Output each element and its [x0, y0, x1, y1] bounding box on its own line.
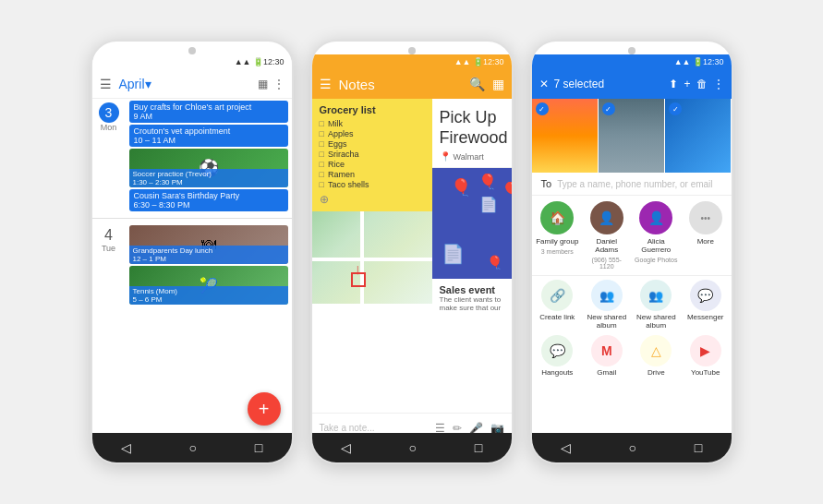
hangouts-icon: 💬 [541, 335, 573, 366]
grocery-title: Grocery list [320, 104, 425, 115]
nav-back-icon[interactable]: ◁ [121, 440, 131, 455]
nav-bar-share: ◁ ○ □ [532, 433, 732, 462]
daniel-avatar: 👤 [590, 201, 623, 234]
pickup-card[interactable]: Pick UpFirewood 📍 Walmart [432, 99, 512, 168]
share-delete-icon[interactable]: 🗑 [696, 78, 708, 90]
app-hangouts[interactable]: 💬 Hangouts [536, 335, 580, 377]
photos-strip: ✓ ✓ ✓ [532, 99, 732, 173]
day-3-digit[interactable]: 3 [99, 102, 119, 123]
contact-daniel[interactable]: 👤 Daniel Adams (906) 555-1120 [585, 201, 629, 270]
more-options-icon[interactable]: ⋮ [273, 78, 284, 90]
app-youtube[interactable]: ▶ YouTube [684, 335, 728, 377]
app-create-link[interactable]: 🔗 Create link [536, 280, 580, 330]
alicia-name: Alicia Guerrero [635, 237, 679, 254]
notes-list-right: Pick UpFirewood 📍 Walmart 🎈 🎈 🎈 🎈 [432, 99, 512, 413]
alicia-avatar: 👤 [639, 201, 672, 234]
day-3-events: Buy crafts for Chloe's art project 9 AM … [126, 99, 292, 215]
grocery-ramen: □Ramen [320, 170, 425, 179]
contact-alicia[interactable]: 👤 Alicia Guerrero Google Photos [635, 201, 679, 270]
more-label: More [697, 237, 714, 246]
nav-recents-icon-2[interactable]: □ [475, 440, 482, 455]
pickup-title: Pick UpFirewood [440, 108, 504, 148]
app-new-album-2[interactable]: 👥 New shared album [635, 280, 679, 330]
new-album-2-icon: 👥 [640, 280, 672, 311]
photo-blue[interactable]: ✓ [665, 99, 731, 173]
app-drive[interactable]: △ Drive [635, 335, 679, 377]
event-vet[interactable]: Crouton's vet appointment 10 – 11 AM [129, 125, 288, 147]
balloon-yellow: 🎈 [478, 173, 497, 190]
map-background: ↓ [312, 211, 432, 304]
fab-add-button[interactable]: + [248, 392, 281, 426]
hamburger-icon[interactable]: ☰ [100, 77, 112, 91]
sales-title: Sales event [440, 284, 504, 295]
map-card[interactable]: ↓ [312, 211, 432, 304]
grocery-card[interactable]: Grocery list □Milk □Apples □Eggs □Srirac… [312, 99, 432, 211]
new-album-1-label: New shared album [585, 313, 629, 330]
more-avatar: ••• [689, 201, 722, 234]
map-pin-circle [351, 272, 366, 287]
notes-content: Grocery list □Milk □Apples □Eggs □Srirac… [312, 99, 512, 413]
status-bar-notes: ▲▲ 🔋 12:30 [312, 54, 512, 69]
youtube-icon: ▶ [690, 335, 721, 366]
event-soccer-img[interactable]: ⚽ Soccer practice (Trevor) 1:30 – 2:30 P… [129, 149, 288, 187]
map-road-horizontal [312, 258, 432, 261]
event-birthday[interactable]: Cousin Sara's Birthday Party 6:30 – 8:30… [129, 189, 288, 211]
nav-recents-icon[interactable]: □ [255, 440, 262, 455]
status-time: 12:30 [263, 57, 284, 66]
share-close-icon[interactable]: ✕ [539, 78, 549, 90]
nav-home-icon-3[interactable]: ○ [629, 440, 636, 455]
photo-check-3: ✓ [669, 102, 682, 115]
notes-grid-icon[interactable]: ▦ [492, 77, 504, 91]
app-new-album-1[interactable]: 👥 New shared album [585, 280, 629, 330]
share-to-input[interactable]: Type a name, phone number, or email [557, 179, 721, 189]
event-crafts[interactable]: Buy crafts for Chloe's art project 9 AM [129, 101, 288, 123]
walmart-label: Walmart [454, 152, 484, 162]
app-messenger[interactable]: 💬 Messenger [684, 280, 728, 330]
share-selected-text: 7 selected [554, 78, 664, 90]
contact-family[interactable]: 🏠 Family group 3 members [536, 201, 580, 270]
nav-back-icon-2[interactable]: ◁ [341, 440, 351, 455]
notes-search-icon[interactable]: 🔍 [469, 77, 485, 91]
nav-home-icon-2[interactable]: ○ [409, 440, 417, 455]
nav-recents-icon-3[interactable]: □ [695, 440, 702, 455]
day-4-digit[interactable]: 4 [104, 227, 113, 244]
event-grandparents-img[interactable]: 🍽 Grandparents Day lunch 12 – 1 PM [129, 225, 288, 264]
share-more-icon[interactable]: ⋮ [713, 78, 724, 90]
share-upload-icon[interactable]: ⬆ [669, 78, 678, 90]
notes-title: Notes [339, 77, 462, 92]
day-4-row: 4 Tue 🍽 Grandparents Day lunch 12 – 1 PM… [92, 222, 292, 310]
calendar-title[interactable]: April▾ [119, 77, 258, 91]
contact-more[interactable]: ••• More [684, 201, 728, 270]
gmail-label: Gmail [597, 368, 616, 377]
balloons-background: 🎈 🎈 🎈 🎈 📄 📄 [432, 168, 512, 279]
sales-text: The client wants to make sure that our [440, 295, 504, 312]
sales-event-card[interactable]: Sales event The client wants to make sur… [432, 279, 512, 318]
nav-back-icon-3[interactable]: ◁ [561, 440, 571, 455]
balloons-card[interactable]: 🎈 🎈 🎈 🎈 📄 📄 [432, 168, 512, 279]
grocery-apples: □Apples [320, 129, 425, 138]
grocery-sriracha: □Sriracha [320, 150, 425, 159]
grocery-milk: □Milk [320, 119, 425, 128]
balloon-red: 🎈 [451, 177, 471, 198]
event-tennis-img[interactable]: 🎾 Tennis (Mom) 5 – 6 PM [129, 266, 288, 305]
event-crafts-time: 9 AM [134, 112, 284, 121]
day-4-events: 🍽 Grandparents Day lunch 12 – 1 PM 🎾 Ten… [126, 223, 292, 308]
notes-input-placeholder[interactable]: Take a note... [320, 423, 428, 433]
walmart-tag: 📍 Walmart [440, 151, 504, 162]
nav-home-icon[interactable]: ○ [189, 440, 197, 455]
notes-menu-icon[interactable]: ☰ [320, 77, 332, 91]
photo-sunset[interactable]: ✓ [532, 99, 598, 173]
event-birthday-title: Cousin Sara's Birthday Party [134, 191, 284, 200]
share-add-icon[interactable]: + [684, 78, 690, 90]
nav-bar-calendar: ◁ ○ □ [92, 433, 292, 462]
photo-check-2: ✓ [602, 102, 615, 115]
app-gmail[interactable]: M Gmail [585, 335, 629, 377]
family-avatar: 🏠 [540, 201, 574, 234]
photo-city[interactable]: ✓ [599, 99, 664, 173]
event-birthday-time: 6:30 – 8:30 PM [134, 200, 284, 210]
status-time-2: 12:30 [483, 57, 504, 66]
phone-share: ▲▲ 🔋 12:30 ✕ 7 selected ⬆ + 🗑 ⋮ ✓ ✓ ✓ T [530, 40, 733, 464]
grid-view-icon[interactable]: ▦ [258, 78, 268, 90]
event-crafts-title: Buy crafts for Chloe's art project [134, 102, 284, 112]
day-3-row: 3 Mon Buy crafts for Chloe's art project… [92, 99, 292, 215]
